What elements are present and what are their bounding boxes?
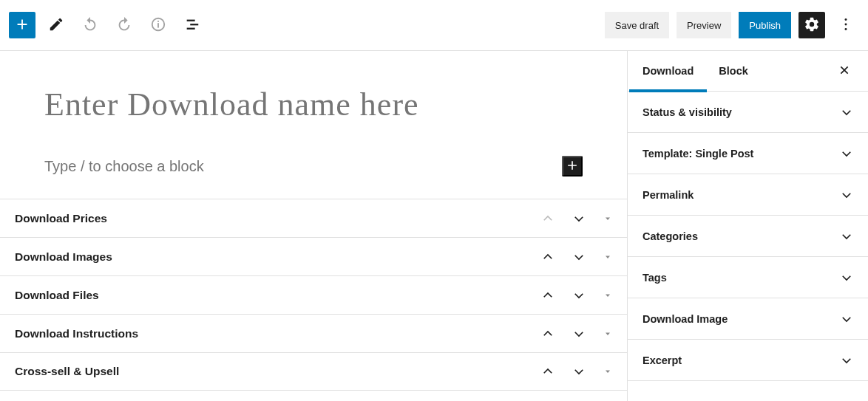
- move-up-button[interactable]: [541, 250, 555, 264]
- svg-rect-1: [157, 23, 159, 27]
- toolbar-right-group: Save draft Preview Publish: [605, 12, 859, 38]
- svg-rect-2: [157, 20, 159, 21]
- meta-panel-title: Download Files: [15, 289, 541, 302]
- chevron-down-small-icon: [603, 291, 612, 302]
- meta-panel-title: Download Instructions: [15, 327, 541, 340]
- chevron-down-icon: [840, 230, 853, 243]
- settings-button[interactable]: [799, 12, 825, 38]
- meta-panel-row[interactable]: Download Images: [0, 237, 627, 275]
- meta-panel-title: Cross-sell & Upsell: [15, 365, 541, 378]
- meta-panel-title: Download Prices: [15, 212, 541, 225]
- chevron-down-icon: [840, 106, 853, 119]
- chevron-down-icon: [572, 216, 586, 227]
- sidebar-section[interactable]: Download Image: [628, 298, 868, 340]
- chevron-down-icon: [572, 293, 586, 304]
- sidebar-section-title: Template: Single Post: [642, 148, 840, 160]
- sidebar-section[interactable]: Categories: [628, 216, 868, 257]
- chevron-up-icon: [541, 216, 555, 227]
- svg-point-6: [845, 18, 847, 21]
- chevron-up-icon: [541, 255, 555, 266]
- settings-icon: [804, 16, 820, 35]
- meta-panel-controls: [541, 212, 612, 225]
- chevron-up-icon: [541, 293, 555, 304]
- edit-icon: [48, 16, 64, 35]
- meta-panel-row[interactable]: Cross-sell & Upsell: [0, 352, 627, 391]
- move-down-button[interactable]: [572, 327, 586, 340]
- chevron-down-small-icon: [603, 329, 612, 340]
- meta-panel-row[interactable]: Download Prices: [0, 199, 627, 237]
- panel-toggle-button[interactable]: [603, 291, 612, 300]
- add-block-button[interactable]: [9, 12, 35, 38]
- panel-toggle-button[interactable]: [603, 367, 612, 376]
- undo-button[interactable]: [77, 12, 104, 38]
- undo-icon: [82, 16, 98, 35]
- add-block-inline-button[interactable]: [562, 156, 583, 176]
- more-options-button[interactable]: [833, 12, 859, 38]
- chevron-up-icon: [541, 332, 555, 343]
- meta-panel-controls: [541, 365, 612, 378]
- tab-download[interactable]: Download: [642, 51, 694, 92]
- svg-rect-5: [187, 27, 195, 29]
- meta-panel-row[interactable]: Download Instructions: [0, 314, 627, 352]
- meta-panel-row[interactable]: Download Files: [0, 275, 627, 314]
- sidebar-close-button[interactable]: [835, 62, 853, 80]
- redo-icon: [116, 16, 132, 35]
- move-down-button[interactable]: [572, 212, 586, 225]
- info-button[interactable]: [145, 12, 172, 38]
- sidebar-section-title: Tags: [642, 272, 840, 284]
- outline-icon: [184, 16, 200, 35]
- workspace: Download Prices Download Images: [0, 51, 868, 401]
- sidebar-section[interactable]: Status & visibility: [628, 92, 868, 133]
- move-down-button[interactable]: [572, 365, 586, 378]
- sidebar-section-title: Download Image: [642, 313, 840, 325]
- more-icon: [838, 16, 854, 35]
- editor-top: [0, 51, 627, 199]
- chevron-up-icon: [541, 369, 555, 380]
- publish-button[interactable]: Publish: [739, 12, 791, 38]
- info-icon: [150, 16, 166, 35]
- svg-rect-3: [187, 19, 195, 21]
- sidebar-section-title: Status & visibility: [642, 106, 840, 118]
- chevron-down-small-icon: [603, 214, 612, 225]
- chevron-down-icon: [572, 255, 586, 266]
- move-up-button[interactable]: [541, 212, 555, 225]
- move-up-button[interactable]: [541, 365, 555, 378]
- panel-toggle-button[interactable]: [603, 214, 612, 223]
- tab-block[interactable]: Block: [719, 51, 748, 92]
- add-icon: [14, 16, 30, 35]
- svg-rect-4: [190, 24, 198, 25]
- sidebar-section[interactable]: Template: Single Post: [628, 133, 868, 174]
- sidebar-section-title: Excerpt: [642, 354, 840, 366]
- download-title-input[interactable]: [44, 88, 583, 122]
- meta-panels: Download Prices Download Images: [0, 199, 627, 391]
- sidebar-tabs: Download Block: [628, 51, 868, 92]
- sidebar-sections: Status & visibility Template: Single Pos…: [628, 92, 868, 381]
- sidebar-section[interactable]: Tags: [628, 257, 868, 298]
- outline-button[interactable]: [179, 12, 206, 38]
- panel-toggle-button[interactable]: [603, 329, 612, 338]
- panel-toggle-button[interactable]: [603, 253, 612, 261]
- chevron-down-icon: [572, 332, 586, 343]
- editor-toolbar: Save draft Preview Publish: [0, 0, 868, 51]
- meta-panel-title: Download Images: [15, 250, 541, 264]
- sidebar-section[interactable]: Excerpt: [628, 340, 868, 381]
- edit-tool-button[interactable]: [43, 12, 69, 38]
- chevron-down-icon: [840, 188, 853, 202]
- move-down-button[interactable]: [572, 250, 586, 264]
- move-up-button[interactable]: [541, 289, 555, 302]
- block-prompt-input[interactable]: [44, 158, 562, 175]
- close-icon: [838, 64, 850, 78]
- sidebar-section-title: Categories: [642, 230, 840, 242]
- redo-button[interactable]: [111, 12, 138, 38]
- meta-panel-controls: [541, 250, 612, 264]
- move-up-button[interactable]: [541, 327, 555, 340]
- chevron-down-icon: [572, 369, 586, 380]
- editor-column: Download Prices Download Images: [0, 51, 627, 401]
- move-down-button[interactable]: [572, 289, 586, 302]
- settings-sidebar: Download Block Status & visibility Templ…: [627, 51, 868, 401]
- save-draft-button[interactable]: Save draft: [605, 12, 669, 38]
- sidebar-section[interactable]: Permalink: [628, 174, 868, 216]
- toolbar-left-group: [9, 12, 206, 38]
- chevron-down-icon: [840, 312, 853, 326]
- preview-button[interactable]: Preview: [677, 12, 731, 38]
